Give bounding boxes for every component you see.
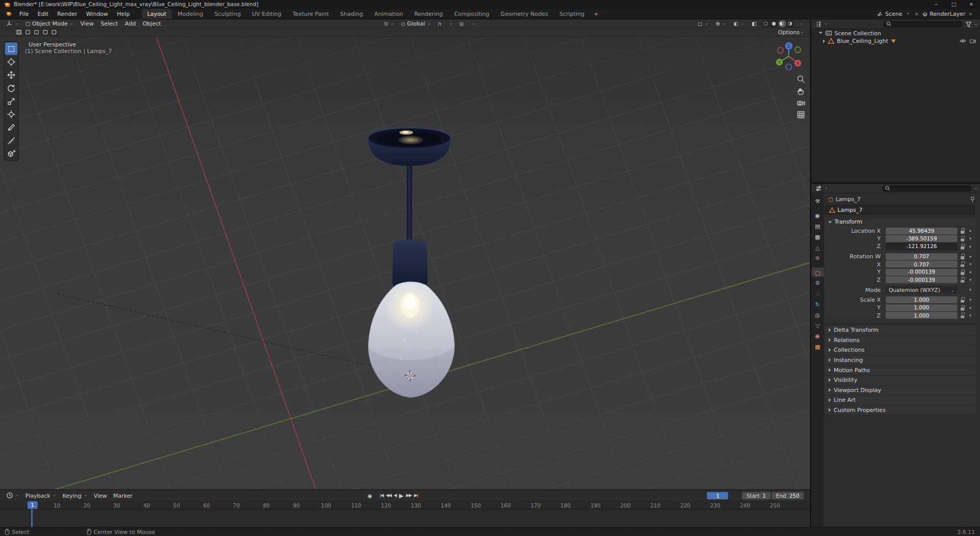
menu-keying[interactable]: Keying <box>59 490 90 501</box>
particles-properties-tab[interactable]: ∴ <box>812 289 823 298</box>
rotation-mode-dropdown[interactable]: Quaternion (WXYZ) <box>886 286 958 293</box>
playhead-line[interactable] <box>31 509 32 527</box>
navigation-gizmo[interactable]: Z Y X <box>771 39 806 74</box>
rotation-x-field[interactable]: 0.707 <box>886 261 958 267</box>
gizmo-neg-y[interactable] <box>795 46 801 53</box>
timeline-ruler[interactable]: 1020304050607080901001101201301401501601… <box>0 501 810 510</box>
playhead-label[interactable]: 1 <box>28 501 38 509</box>
properties-search-input[interactable] <box>892 185 969 191</box>
properties-filter-dropdown[interactable] <box>973 185 977 191</box>
auto-key-button[interactable]: ◉ <box>368 492 372 498</box>
tab-uv-editing[interactable]: UV Editing <box>247 9 287 19</box>
object-name-field[interactable]: Lamps_7 <box>825 205 974 214</box>
gizmos-dropdown[interactable]: ⊕ <box>713 20 729 27</box>
render-visibility-camera-icon[interactable] <box>969 37 976 44</box>
pan-hand-icon[interactable] <box>796 86 805 95</box>
rotate-tool[interactable] <box>5 82 17 94</box>
menu-add[interactable]: Add <box>121 19 139 28</box>
select-box-tool[interactable] <box>5 42 17 55</box>
tab-rendering[interactable]: Rendering <box>408 9 448 19</box>
shading-solid-button[interactable]: ● <box>770 20 778 28</box>
current-frame-field[interactable]: 1 <box>707 492 728 499</box>
panel-visibility[interactable]: Visibility <box>824 375 976 384</box>
timeline-track[interactable] <box>0 510 810 527</box>
cursor-tool[interactable] <box>5 56 17 68</box>
menu-render[interactable]: Render <box>53 9 81 19</box>
start-frame-field[interactable]: Start 1 <box>742 492 770 499</box>
tab-modeling[interactable]: Modeling <box>172 9 209 19</box>
mode-dropdown[interactable]: ▢ Object Mode <box>22 19 77 28</box>
lock-icon[interactable] <box>961 305 965 310</box>
lock-icon[interactable] <box>961 254 965 259</box>
jump-start-button[interactable]: |◀ <box>380 493 383 498</box>
animate-dot[interactable] <box>969 289 971 291</box>
snap-toggle[interactable]: ∩ <box>434 20 445 27</box>
outliner-search-input[interactable] <box>893 20 960 27</box>
menu-file[interactable]: File <box>15 9 33 19</box>
jump-end-button[interactable]: ▶| <box>414 493 418 498</box>
viewport-scene[interactable] <box>0 37 810 490</box>
object-properties-tab[interactable]: ▢ <box>812 267 823 277</box>
location-z-field[interactable]: -121.92126 <box>886 243 958 250</box>
prev-keyframe-button[interactable]: ◀◀ <box>386 493 391 498</box>
viewlayer-x-button[interactable]: ✕ <box>967 11 974 16</box>
expand-arrow-icon[interactable] <box>819 32 822 34</box>
end-frame-field[interactable]: End 250 <box>772 492 804 499</box>
scale-tool[interactable] <box>5 95 17 107</box>
render-properties-tab[interactable]: ◉ <box>812 211 823 220</box>
menu-edit[interactable]: Edit <box>33 9 53 19</box>
tab-texture-paint[interactable]: Texture Paint <box>287 9 334 19</box>
pin-icon[interactable] <box>969 196 975 202</box>
properties-editor-type-button[interactable] <box>814 184 829 192</box>
constraints-properties-tab[interactable]: ◎ <box>812 310 823 319</box>
animate-dot[interactable] <box>969 263 971 265</box>
menu-object[interactable]: Object <box>139 19 164 28</box>
rotation-z-field[interactable]: -0.000139 <box>886 276 958 283</box>
physics-properties-tab[interactable]: ↻ <box>812 300 823 309</box>
tab-compositing[interactable]: Compositing <box>449 9 495 19</box>
measure-tool[interactable] <box>5 134 17 147</box>
filter-icon[interactable] <box>965 20 971 27</box>
select-mode-intersect-button[interactable] <box>50 29 58 35</box>
filter-dropdown[interactable] <box>973 20 977 27</box>
menu-select[interactable]: Select <box>97 19 121 28</box>
object-data-properties-tab[interactable]: ▽ <box>812 321 823 330</box>
scale-y-field[interactable]: 1.000 <box>886 304 958 311</box>
scene-x-button[interactable]: ✕ <box>913 11 920 16</box>
lock-icon[interactable] <box>961 236 965 241</box>
options-dropdown[interactable]: Options <box>778 29 806 35</box>
panel-collections[interactable]: Collections <box>824 346 976 355</box>
animate-dot[interactable] <box>969 230 971 232</box>
menu-playback[interactable]: Playback <box>22 490 59 501</box>
viewport-canvas-area[interactable]: User Perspective (1) Scene Collection | … <box>0 37 810 490</box>
panel-motion-paths[interactable]: Motion Paths <box>824 366 976 375</box>
menu-window[interactable]: Window <box>82 9 113 19</box>
visibility-dropdown[interactable]: ◻ <box>695 20 711 27</box>
tab-animation[interactable]: Animation <box>369 9 408 19</box>
panel-instancing[interactable]: Instancing <box>824 355 976 364</box>
play-button[interactable]: ▶ <box>399 492 404 499</box>
gizmo-neg-x[interactable] <box>777 47 783 54</box>
location-x-field[interactable]: 45.98439 <box>886 227 958 234</box>
shading-material-button[interactable]: ◐ <box>778 20 786 28</box>
animate-dot[interactable] <box>969 314 971 316</box>
lock-icon[interactable] <box>961 261 965 267</box>
tool-properties-tab[interactable]: ⚒ <box>812 196 823 205</box>
outliner-search[interactable] <box>883 20 963 27</box>
shading-dropdown[interactable] <box>796 21 806 26</box>
animate-dot[interactable] <box>969 237 971 239</box>
xray-toggle[interactable]: ◧ <box>748 20 760 27</box>
tab-sculpting[interactable]: Sculpting <box>209 9 247 19</box>
lock-icon[interactable] <box>961 228 965 233</box>
app-menu-button[interactable] <box>2 9 15 19</box>
viewlayer-selector[interactable]: RenderLayer ✕ <box>922 11 974 17</box>
lock-icon[interactable] <box>961 269 965 275</box>
zoom-icon[interactable] <box>796 75 805 84</box>
snap-dropdown[interactable] <box>446 21 456 26</box>
material-properties-tab[interactable]: ◉ <box>812 331 823 340</box>
menu-view[interactable]: View <box>77 19 96 28</box>
properties-search[interactable] <box>881 185 971 191</box>
view-layer-properties-tab[interactable]: ▦ <box>812 232 823 241</box>
expand-arrow-icon[interactable] <box>823 39 825 43</box>
hide-eye-icon[interactable] <box>960 37 966 44</box>
